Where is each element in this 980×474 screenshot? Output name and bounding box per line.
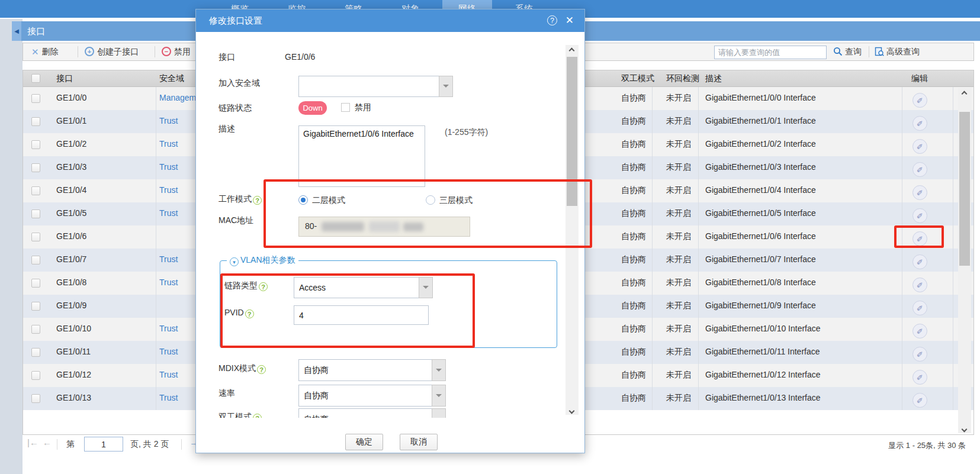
- cell-zone-link[interactable]: Trust: [159, 393, 178, 402]
- scroll-up-button[interactable]: [958, 88, 971, 98]
- create-subinterface-button[interactable]: +创建子接口: [85, 43, 139, 60]
- select-dropdown-arrow[interactable]: [432, 385, 446, 407]
- row-checkbox[interactable]: [31, 117, 40, 126]
- scroll-up-button[interactable]: [565, 45, 579, 54]
- table-scrollbar[interactable]: [958, 88, 971, 433]
- row-checkbox[interactable]: [31, 279, 40, 288]
- scroll-down-button[interactable]: [958, 424, 971, 433]
- row-checkbox[interactable]: [31, 94, 40, 103]
- edit-button[interactable]: ✎: [912, 185, 927, 200]
- cell-zone-link[interactable]: Trust: [159, 139, 178, 149]
- app-window: 概览 监控 策略 对象 网络 系统 ◀ 接口 ✕删除 +创建子接口 −禁用 ▶启…: [0, 0, 980, 474]
- select-dropdown-arrow[interactable]: [432, 408, 446, 418]
- scrollbar-thumb[interactable]: [567, 57, 577, 206]
- select-dropdown-arrow[interactable]: [432, 359, 446, 381]
- row-checkbox[interactable]: [31, 325, 40, 334]
- pencil-icon: ✎: [912, 301, 927, 315]
- cell-description: GigabitEthernet1/0/9 Interface: [705, 301, 816, 310]
- query-button[interactable]: 查询: [833, 43, 862, 60]
- cell-interface: GE1/0/7: [56, 254, 86, 264]
- scroll-down-button[interactable]: [565, 405, 579, 415]
- row-checkbox[interactable]: [31, 140, 40, 149]
- prev-page-button[interactable]: ←: [43, 437, 52, 447]
- collapse-sidebar-button[interactable]: ◀: [12, 21, 21, 41]
- duplex-mode-select[interactable]: [298, 408, 432, 418]
- join-zone-combobox[interactable]: [298, 76, 439, 97]
- page-number-input[interactable]: [84, 437, 123, 452]
- disable-checkbox[interactable]: [341, 103, 350, 112]
- help-question-icon[interactable]: [253, 414, 262, 418]
- help-question-icon[interactable]: [245, 309, 254, 318]
- edit-button[interactable]: ✎: [912, 278, 927, 292]
- description-hint: (1-255字符): [445, 127, 488, 138]
- edit-button[interactable]: ✎: [912, 162, 927, 177]
- combobox-dropdown-arrow[interactable]: [439, 76, 453, 97]
- advanced-query-button[interactable]: 高级查询: [875, 43, 920, 60]
- cell-zone-link[interactable]: Trust: [159, 278, 178, 287]
- dialog-scrollbar[interactable]: [565, 45, 579, 415]
- row-checkbox[interactable]: [31, 233, 40, 241]
- row-checkbox[interactable]: [31, 256, 40, 265]
- help-question-icon[interactable]: [253, 196, 262, 205]
- cell-zone-link[interactable]: Trust: [159, 324, 178, 333]
- mdix-mode-select[interactable]: [298, 359, 432, 381]
- cancel-button[interactable]: 取消: [400, 434, 438, 450]
- row-checkbox[interactable]: [31, 209, 40, 218]
- pvid-input[interactable]: [294, 305, 429, 325]
- help-icon[interactable]: ?: [547, 15, 557, 25]
- edit-button[interactable]: ✎: [912, 231, 927, 246]
- cell-zone-link[interactable]: Trust: [159, 347, 178, 356]
- edit-button[interactable]: ✎: [912, 370, 927, 385]
- cell-duplex: 自协商: [621, 185, 646, 196]
- row-checkbox[interactable]: [31, 186, 40, 195]
- edit-button[interactable]: ✎: [912, 139, 927, 154]
- help-question-icon[interactable]: [259, 282, 268, 291]
- left-sidebar-strip: [0, 19, 23, 474]
- collapse-section-icon[interactable]: ▼: [230, 257, 239, 266]
- chevron-down-icon: [569, 408, 575, 414]
- select-dropdown-arrow[interactable]: [419, 277, 433, 298]
- link-type-select[interactable]: [294, 277, 419, 298]
- row-checkbox[interactable]: [31, 302, 40, 311]
- cell-interface: GE1/0/4: [56, 185, 86, 195]
- radio-layer3-mode[interactable]: [426, 195, 435, 205]
- close-icon[interactable]: ✕: [565, 14, 574, 27]
- cell-loopback: 未开启: [666, 278, 691, 288]
- select-all-checkbox[interactable]: [31, 74, 40, 83]
- edit-button[interactable]: ✎: [912, 254, 927, 269]
- column-divider: [902, 87, 902, 410]
- edit-button[interactable]: ✎: [912, 347, 927, 362]
- edit-button[interactable]: ✎: [912, 208, 927, 223]
- cell-interface: GE1/0/9: [56, 301, 86, 310]
- edit-button[interactable]: ✎: [912, 116, 927, 131]
- cell-zone-link[interactable]: Trust: [159, 208, 178, 218]
- scrollbar-thumb[interactable]: [959, 112, 970, 266]
- disable-checkbox-label: 禁用: [355, 102, 371, 113]
- pencil-icon: ✎: [912, 231, 927, 246]
- speed-select[interactable]: [298, 385, 432, 407]
- first-page-button[interactable]: |←: [27, 437, 38, 447]
- edit-button[interactable]: ✎: [912, 93, 927, 108]
- row-checkbox[interactable]: [31, 348, 40, 357]
- cell-zone-link[interactable]: Trust: [159, 370, 178, 379]
- edit-button[interactable]: ✎: [912, 301, 927, 315]
- edit-button[interactable]: ✎: [912, 324, 927, 338]
- help-question-icon[interactable]: [257, 365, 266, 374]
- search-input[interactable]: [714, 46, 827, 59]
- disable-button[interactable]: −禁用: [162, 43, 191, 60]
- delete-button[interactable]: ✕删除: [31, 43, 59, 60]
- ok-button[interactable]: 确定: [345, 434, 383, 450]
- cell-zone-link[interactable]: Trust: [159, 254, 178, 264]
- cell-description: GigabitEthernet1/0/12 Interface: [705, 370, 821, 379]
- cell-zone-link[interactable]: Trust: [159, 116, 178, 125]
- description-textarea[interactable]: GigabitEthernet1/0/6 Interface: [298, 125, 425, 187]
- radio-layer2-mode[interactable]: [298, 195, 308, 205]
- cell-zone-link[interactable]: Trust: [159, 185, 178, 195]
- row-checkbox[interactable]: [31, 394, 40, 403]
- page-prefix-label: 第: [66, 439, 75, 450]
- cell-zone-link[interactable]: Trust: [159, 162, 178, 172]
- row-checkbox[interactable]: [31, 371, 40, 380]
- column-divider: [156, 87, 156, 410]
- row-checkbox[interactable]: [31, 163, 40, 172]
- edit-button[interactable]: ✎: [912, 393, 927, 408]
